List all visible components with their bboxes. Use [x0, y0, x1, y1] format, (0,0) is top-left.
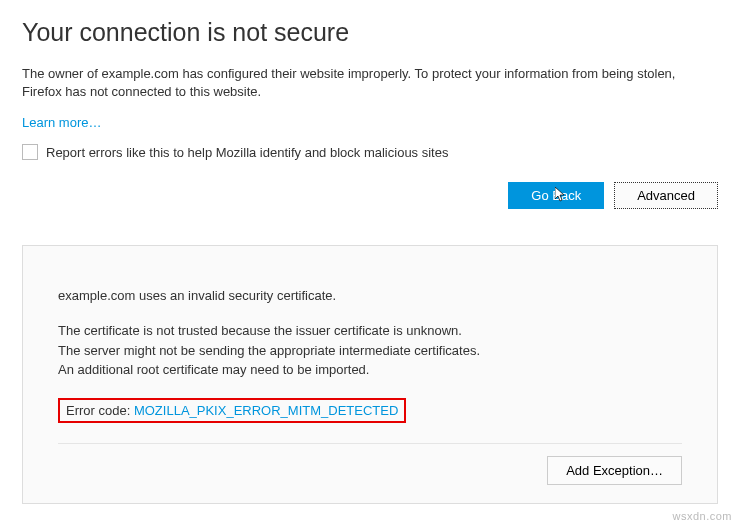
go-back-label: Go Back [531, 188, 581, 203]
report-errors-label: Report errors like this to help Mozilla … [46, 145, 448, 160]
button-row: Go Back Advanced [22, 182, 718, 209]
cert-info-line: The certificate is not trusted because t… [58, 321, 682, 341]
exception-row: Add Exception… [58, 443, 682, 485]
page-title: Your connection is not secure [22, 18, 718, 47]
learn-more-link[interactable]: Learn more… [22, 115, 101, 130]
report-errors-checkbox[interactable] [22, 144, 38, 160]
watermark: wsxdn.com [672, 510, 732, 522]
error-code-link[interactable]: MOZILLA_PKIX_ERROR_MITM_DETECTED [134, 403, 398, 418]
report-errors-row: Report errors like this to help Mozilla … [22, 144, 718, 160]
cert-info-block: The certificate is not trusted because t… [58, 321, 682, 380]
certificate-details-panel: example.com uses an invalid security cer… [22, 245, 718, 504]
cert-info-line: The server might not be sending the appr… [58, 341, 682, 361]
error-description: The owner of example.com has configured … [22, 65, 718, 101]
error-code-label: Error code: [66, 403, 134, 418]
cert-info-line: An additional root certificate may need … [58, 360, 682, 380]
error-code-highlight: Error code: MOZILLA_PKIX_ERROR_MITM_DETE… [58, 398, 406, 423]
cert-summary: example.com uses an invalid security cer… [58, 288, 682, 303]
go-back-button[interactable]: Go Back [508, 182, 604, 209]
advanced-button[interactable]: Advanced [614, 182, 718, 209]
add-exception-button[interactable]: Add Exception… [547, 456, 682, 485]
